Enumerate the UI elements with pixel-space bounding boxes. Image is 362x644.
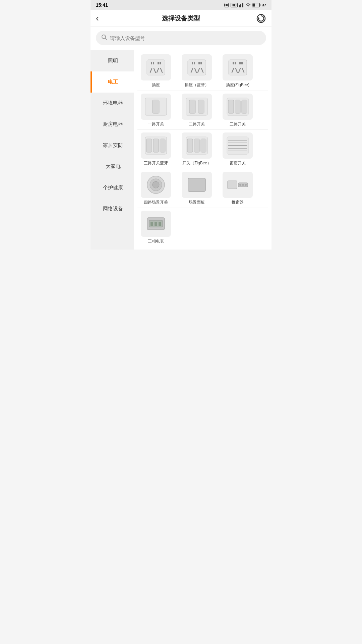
svg-rect-9 (259, 4, 260, 6)
svg-rect-3 (226, 4, 228, 6)
hd-badge: HD (231, 3, 237, 7)
device-item-curtain[interactable]: 窗帘开关 (219, 132, 256, 166)
refresh-icon[interactable] (256, 13, 266, 23)
search-icon (101, 34, 107, 42)
device-item-switch3-bt[interactable]: 三路开关蓝牙 (137, 132, 174, 166)
svg-point-67 (153, 181, 159, 188)
device-item-scene4[interactable]: 四路场景开关 (137, 172, 174, 205)
search-box (96, 31, 266, 45)
svg-rect-50 (242, 100, 247, 113)
sidebar-item-appliance[interactable]: 大家电 (90, 156, 134, 177)
back-button[interactable]: ‹ (96, 13, 108, 23)
sidebar-label-electrical: 电工 (108, 79, 118, 85)
svg-rect-58 (201, 139, 206, 152)
svg-point-73 (245, 184, 247, 186)
sidebar-label-security: 家居安防 (103, 142, 123, 148)
sidebar-label-health: 个护健康 (103, 184, 123, 190)
sidebar-item-lighting[interactable]: 照明 (90, 50, 134, 71)
sidebar-label-appliance: 大家电 (106, 163, 121, 169)
svg-line-14 (105, 38, 107, 40)
sidebar-item-kitchen[interactable]: 厨房电器 (90, 114, 134, 135)
header: ‹ 选择设备类型 (90, 10, 272, 27)
svg-rect-69 (228, 181, 237, 189)
socket-zigbee-icon-box (223, 54, 253, 80)
sidebar-label-env: 环境电器 (103, 100, 123, 106)
socket-zigbee-icon (227, 58, 248, 76)
window-opener-icon-box (223, 172, 253, 198)
device-item-switch-zigbee[interactable]: 开关（ZigBee） (178, 132, 215, 166)
wifi-icon (245, 3, 251, 7)
svg-rect-0 (224, 4, 225, 6)
switch3-bt-icon-box (141, 132, 171, 159)
device-item-socket-zigbee[interactable]: 插座(ZigBee) (219, 54, 256, 88)
device-item-switch2[interactable]: 二路开关 (178, 94, 215, 127)
three-phase-label: 三相电表 (148, 239, 164, 244)
status-icons: HD 37 (224, 3, 266, 7)
device-item-window-opener[interactable]: 推窗器 (219, 172, 256, 205)
curtain-icon (226, 136, 249, 155)
svg-point-72 (242, 184, 244, 186)
switch3-icon (226, 97, 249, 116)
sidebar-label-kitchen: 厨房电器 (103, 121, 123, 127)
switch3-bt-label: 三路开关蓝牙 (144, 161, 168, 166)
device-item-switch3[interactable]: 三路开关 (219, 94, 256, 127)
device-row-meter: 三相电表 (137, 211, 268, 244)
scene4-label: 四路场景开关 (144, 200, 168, 205)
svg-rect-26 (194, 62, 195, 64)
window-opener-label: 推窗器 (232, 200, 244, 205)
svg-rect-4 (239, 5, 240, 7)
svg-rect-35 (235, 62, 236, 64)
sidebar-item-health[interactable]: 个护健康 (90, 177, 134, 198)
switch-zigbee-icon-box (182, 132, 212, 159)
svg-rect-19 (160, 62, 161, 64)
three-phase-icon (144, 214, 167, 233)
page-title: 选择设备类型 (108, 14, 254, 23)
socket-bt-icon (186, 58, 207, 76)
header-action-icon[interactable] (254, 13, 266, 23)
switch1-icon (144, 97, 167, 116)
svg-rect-49 (235, 100, 240, 113)
svg-rect-10 (252, 4, 255, 7)
switch2-icon-box (182, 94, 212, 120)
device-item-socket[interactable]: 插座 (137, 54, 174, 88)
device-row-switches: 一路开关 二路开关 (137, 94, 268, 127)
switch3-icon-box (223, 94, 253, 120)
curtain-icon-box (223, 132, 253, 159)
sidebar-item-security[interactable]: 家居安防 (90, 135, 134, 156)
socket-zigbee-label: 插座(ZigBee) (226, 83, 249, 88)
switch3-bt-icon (144, 136, 167, 155)
device-item-scene-panel[interactable]: 场景面板 (178, 172, 215, 205)
socket-icon-box (141, 54, 171, 80)
status-time: 15:41 (96, 2, 108, 8)
sidebar-label-network: 网络设备 (103, 206, 123, 211)
battery-icon (252, 3, 261, 7)
sidebar-label-lighting: 照明 (108, 58, 118, 63)
sidebar-item-network[interactable]: 网络设备 (90, 198, 134, 219)
status-bar: 15:41 HD 37 (90, 0, 272, 10)
sidebar-item-env[interactable]: 环境电器 (90, 93, 134, 114)
svg-rect-76 (150, 222, 153, 226)
device-item-socket-bt[interactable]: 插座（蓝牙） (178, 54, 215, 88)
svg-rect-17 (153, 62, 154, 64)
search-input[interactable] (110, 35, 261, 41)
switch-zigbee-label: 开关（ZigBee） (182, 161, 211, 166)
svg-rect-27 (198, 62, 200, 64)
scene4-icon (144, 175, 167, 194)
svg-rect-45 (189, 100, 195, 113)
scene-panel-icon (185, 175, 208, 194)
socket-bt-icon-box (182, 54, 212, 80)
svg-rect-18 (158, 62, 159, 64)
device-item-three-phase[interactable]: 三相电表 (137, 211, 174, 244)
device-item-switch1[interactable]: 一路开关 (137, 94, 174, 127)
svg-rect-43 (153, 100, 159, 113)
device-row-sockets: 插座 插座（蓝牙） (137, 54, 268, 88)
divider-1 (137, 91, 268, 91)
scene-panel-label: 场景面板 (189, 200, 205, 205)
scene4-icon-box (141, 172, 171, 198)
sidebar-item-electrical[interactable]: 电工 (90, 71, 134, 93)
switch2-icon (185, 97, 208, 116)
svg-rect-57 (194, 139, 199, 152)
svg-rect-1 (229, 4, 229, 6)
device-row-scene: 四路场景开关 场景面板 (137, 172, 268, 205)
svg-rect-48 (228, 100, 234, 113)
